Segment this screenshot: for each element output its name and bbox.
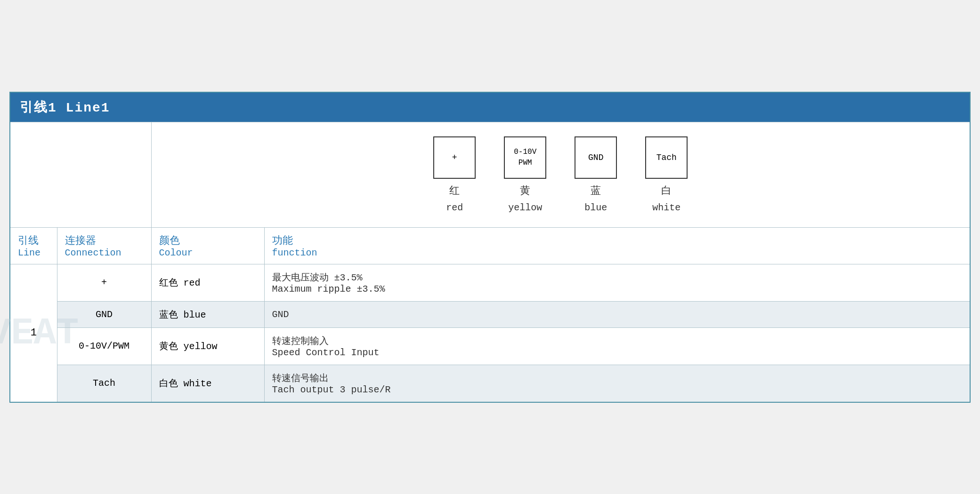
connector-label-en-tach: white	[652, 202, 680, 213]
col-header-connection: 连接器 Connection	[57, 227, 151, 264]
colour-en-1: blue	[184, 310, 206, 320]
function-cell-3: 转速信号输出 Tach output 3 pulse/R	[264, 365, 970, 402]
colour-en-3: white	[184, 378, 212, 389]
func-en-3: Tach output 3 pulse/R	[272, 384, 963, 395]
connector-label-en-gnd: blue	[584, 202, 607, 213]
colour-cn-0: 红色	[159, 278, 178, 288]
colour-cell-1: 蓝色 blue	[151, 301, 264, 327]
connector-label-cn-tach: 白	[661, 183, 672, 198]
header-row: 引线1 Line1	[10, 92, 970, 122]
line-number: 1	[31, 327, 37, 339]
func-cn-1: GND	[272, 309, 963, 320]
connection-cell-3: Tach	[57, 365, 151, 402]
connector-box-tach: Tach	[645, 136, 688, 179]
connector-label-cn-pwm: 黄	[520, 183, 530, 198]
col-header-line: 引线 Line	[10, 227, 57, 264]
page-title: 引线1 Line1	[10, 92, 970, 122]
func-cn-2: 转速控制输入	[272, 335, 963, 347]
connector-label-en-pwm: yellow	[508, 202, 542, 213]
table-row-3: Tach 白色 white 转速信号输出 Tach output 3 pulse…	[10, 365, 970, 402]
colour-cell-3: 白色 white	[151, 365, 264, 402]
main-table: 引线1 Line1 + 红 red 0-10VPWM	[9, 92, 971, 403]
connector-box-plus: +	[433, 136, 476, 179]
connection-cell-0: +	[57, 264, 151, 301]
colour-cn-1: 蓝色	[159, 310, 178, 320]
page-container: 引线1 Line1 + 红 red 0-10VPWM	[9, 92, 971, 403]
colour-cell-2: 黄色 yellow	[151, 327, 264, 365]
connector-label-en-plus: red	[446, 202, 463, 213]
function-cell-2: 转速控制输入 Speed Control Input	[264, 327, 970, 365]
connector-item-plus: + 红 red	[433, 136, 476, 213]
connector-item-pwm: 0-10VPWM 黄 yellow	[504, 136, 546, 213]
col-header-colour: 颜色 Colour	[151, 227, 264, 264]
connector-symbol-gnd: GND	[588, 153, 603, 162]
function-cell-1: GND	[264, 301, 970, 327]
connection-cell-2: 0-10V/PWM	[57, 327, 151, 365]
connector-label-cn-gnd: 蓝	[591, 183, 601, 198]
connector-box-pwm: 0-10VPWM	[504, 136, 546, 179]
function-cell-0: 最大电压波动 ±3.5% Maximum ripple ±3.5%	[264, 264, 970, 301]
func-en-2: Speed Control Input	[272, 347, 963, 358]
column-headers-row: 引线 Line 连接器 Connection 颜色 Colour 功能 func…	[10, 227, 970, 264]
colour-cn-2: 黄色	[159, 341, 178, 352]
connector-symbol-tach: Tach	[656, 153, 677, 162]
connection-cell-1: GND	[57, 301, 151, 327]
table-row-0: 1 VEAT + 红色 red 最大电压波动 ±3.5% Maximum rip…	[10, 264, 970, 301]
func-cn-0: 最大电压波动 ±3.5%	[272, 271, 963, 284]
connector-item-tach: Tach 白 white	[645, 136, 688, 213]
connector-symbol-plus: +	[452, 153, 457, 162]
line-number-cell: 1 VEAT	[10, 264, 57, 402]
table-row-1: GND 蓝色 blue GND	[10, 301, 970, 327]
colour-cell-0: 红色 red	[151, 264, 264, 301]
connector-symbol-pwm: 0-10VPWM	[514, 147, 536, 168]
connector-diagram-cell: + 红 red 0-10VPWM 黄 yellow	[151, 122, 970, 227]
connector-item-gnd: GND 蓝 blue	[575, 136, 617, 213]
colour-en-2: yellow	[184, 341, 218, 352]
table-row-2: 0-10V/PWM 黄色 yellow 转速控制输入 Speed Control…	[10, 327, 970, 365]
connector-label-cn-plus: 红	[449, 183, 460, 198]
func-cn-3: 转速信号输出	[272, 372, 963, 384]
func-en-0: Maximum ripple ±3.5%	[272, 284, 963, 295]
colour-en-0: red	[184, 278, 201, 288]
connector-box-gnd: GND	[575, 136, 617, 179]
colour-cn-3: 白色	[159, 378, 178, 389]
diagram-row: + 红 red 0-10VPWM 黄 yellow	[10, 122, 970, 227]
col-header-function: 功能 function	[264, 227, 970, 264]
connector-diagram: + 红 red 0-10VPWM 黄 yellow	[433, 136, 688, 213]
